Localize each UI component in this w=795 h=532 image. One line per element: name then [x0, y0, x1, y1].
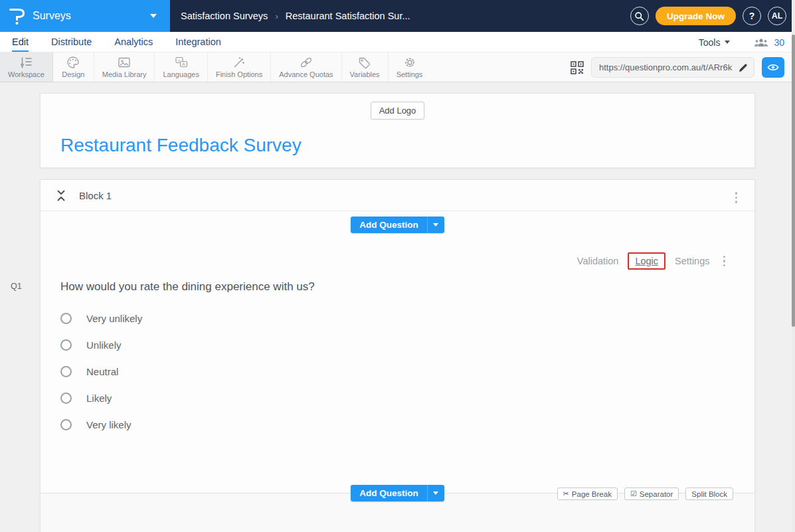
question-tab-logic[interactable]: Logic	[635, 256, 658, 266]
toolbar-item-advance-quotas[interactable]: Advance Quotas	[271, 52, 341, 82]
add-question-dropdown-button[interactable]	[427, 485, 444, 501]
option-label: Very unlikely	[86, 313, 142, 324]
tab-edit[interactable]: Edit	[12, 32, 29, 52]
scrollbar-thumb[interactable]	[792, 35, 795, 327]
breadcrumb: Satisfaction Surveys › Restaurant Satisf…	[181, 11, 410, 21]
radio-icon	[60, 339, 72, 351]
toolbar-item-label: Workspace	[8, 70, 44, 78]
radio-icon	[60, 313, 72, 324]
toolbar-item-languages[interactable]: x A Languages	[155, 52, 207, 82]
separator-label: Separator	[640, 490, 673, 498]
chevron-down-icon	[433, 223, 438, 226]
page-break-label: Page Break	[572, 490, 612, 498]
app-name: Surveys	[33, 10, 150, 22]
image-icon	[117, 56, 132, 69]
survey-url: https://questionpro.com.au/t/ARr6k	[599, 62, 735, 72]
add-question-top-wrap: Add Question	[41, 217, 754, 233]
tab-analytics[interactable]: Analytics	[114, 32, 153, 52]
block-header: Block 1	[41, 180, 754, 211]
collapse-icon	[56, 190, 66, 201]
toolbar-item-label: Settings	[397, 70, 423, 78]
toolbar-item-design[interactable]: Design	[53, 52, 94, 82]
option-label: Very likely	[86, 419, 132, 430]
survey-url-field[interactable]: https://questionpro.com.au/t/ARr6k	[591, 57, 754, 78]
toolbar-right: https://questionpro.com.au/t/ARr6k	[571, 52, 784, 82]
collaborators-button[interactable]: 30	[754, 37, 784, 48]
question-tab-validation[interactable]: Validation	[577, 256, 619, 266]
preview-button[interactable]	[762, 57, 784, 78]
translate-icon: x A	[174, 56, 189, 69]
toolbar-item-settings[interactable]: Settings	[389, 52, 431, 82]
edit-url-button[interactable]	[738, 62, 749, 73]
toolbar-item-variables[interactable]: Variables	[342, 52, 389, 82]
eye-icon	[767, 63, 779, 72]
survey-header-card: Add Logo Restaurant Feedback Survey	[40, 93, 755, 168]
svg-text:x: x	[178, 58, 180, 62]
upgrade-now-button[interactable]: Upgrade Now	[656, 7, 736, 25]
question-text[interactable]: How would you rate the dining experience…	[60, 280, 315, 294]
add-question-dropdown-button[interactable]	[427, 217, 444, 233]
toolbar-item-finish-options[interactable]: Finish Options	[208, 52, 271, 82]
collaborators-count: 30	[774, 37, 784, 48]
survey-canvas: Add Logo Restaurant Feedback Survey Q1 B…	[0, 82, 795, 532]
option-row[interactable]: Unlikely	[60, 331, 142, 358]
block-body: Add Question Validation Logic Settings H…	[41, 211, 754, 532]
avatar[interactable]: AL	[768, 7, 786, 25]
question-tab-settings[interactable]: Settings	[675, 256, 709, 266]
block-menu-button[interactable]	[733, 189, 741, 206]
tools-label: Tools	[699, 37, 721, 48]
question-menu-button[interactable]	[721, 253, 729, 270]
option-label: Likely	[86, 393, 112, 404]
nav-right: Tools 30	[699, 32, 784, 52]
pencil-icon	[738, 62, 749, 73]
chain-icon	[299, 56, 313, 69]
radio-icon	[60, 366, 72, 377]
top-bar: Surveys Satisfaction Surveys › Restauran…	[0, 0, 795, 32]
palette-icon	[66, 56, 80, 69]
tab-distribute[interactable]: Distribute	[51, 32, 92, 52]
option-row[interactable]: Neutral	[60, 358, 142, 385]
toolbar-item-workspace[interactable]: Workspace	[0, 52, 53, 82]
tab-integration[interactable]: Integration	[175, 32, 221, 52]
search-button[interactable]	[630, 7, 649, 25]
option-label: Neutral	[86, 366, 118, 377]
breadcrumb-survey[interactable]: Restaurant Satisfaction Sur...	[286, 11, 410, 21]
toolbar-item-label: Variables	[350, 70, 380, 78]
radio-icon	[60, 419, 72, 430]
answer-options: Very unlikely Unlikely Neutral Likely	[60, 305, 142, 438]
add-question-button[interactable]: Add Question	[351, 217, 427, 233]
toolbar-item-label: Languages	[163, 70, 199, 78]
svg-text:A: A	[182, 62, 185, 66]
add-question-button[interactable]: Add Question	[351, 485, 427, 501]
workspace-icon	[19, 56, 33, 69]
help-button[interactable]: ?	[743, 7, 761, 25]
tag-icon	[357, 56, 372, 69]
toolbar-item-label: Finish Options	[216, 70, 262, 78]
toolbar-item-media-library[interactable]: Media Library	[94, 52, 155, 82]
page-break-button[interactable]: ✂ Page Break	[557, 488, 618, 500]
people-icon	[754, 38, 768, 47]
scissors-icon: ✂	[563, 489, 569, 498]
option-label: Unlikely	[86, 339, 122, 351]
gear-icon	[402, 56, 417, 69]
main-nav: Edit Distribute Analytics Integration	[0, 32, 795, 52]
tools-menu[interactable]: Tools	[699, 37, 731, 48]
checkbox-icon: ☑	[630, 489, 637, 498]
split-block-label: Split Block	[691, 490, 727, 498]
block-title[interactable]: Block 1	[79, 190, 112, 201]
survey-title[interactable]: Restaurant Feedback Survey	[60, 135, 302, 156]
breadcrumb-separator: ›	[275, 11, 278, 21]
option-row[interactable]: Likely	[60, 385, 142, 411]
block-card: Block 1 Add Question Validation Logic Se…	[40, 179, 755, 532]
option-row[interactable]: Very unlikely	[60, 305, 142, 331]
chevron-down-icon	[433, 491, 438, 495]
option-row[interactable]: Very likely	[60, 411, 142, 438]
split-block-button[interactable]: Split Block	[685, 488, 733, 500]
add-logo-button[interactable]: Add Logo	[371, 102, 425, 120]
question-toolbar: Validation Logic Settings	[577, 252, 728, 270]
breadcrumb-folder[interactable]: Satisfaction Surveys	[181, 11, 268, 21]
product-switcher[interactable]: Surveys	[0, 0, 170, 32]
qr-code-button[interactable]	[571, 61, 584, 74]
collapse-block-button[interactable]	[56, 190, 66, 201]
separator-button[interactable]: ☑ Separator	[624, 488, 679, 500]
